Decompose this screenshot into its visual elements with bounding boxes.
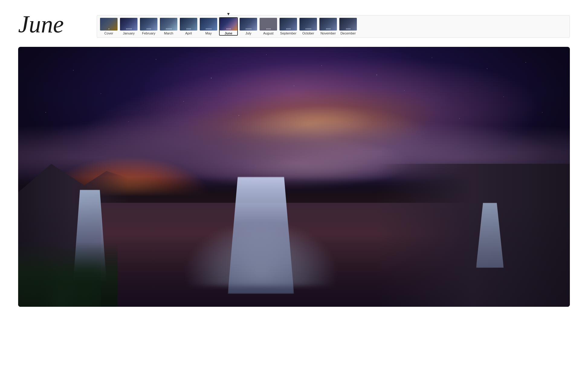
thumb-label-august: August <box>263 31 273 35</box>
thumb-img-june <box>220 18 237 31</box>
thumb-dots-sep <box>280 28 296 29</box>
thumb-dot <box>130 28 131 29</box>
thumb-dots-cover <box>101 28 117 29</box>
thumb-dot <box>127 28 128 29</box>
thumb-img-december <box>339 18 357 31</box>
thumb-label-july: July <box>245 31 251 35</box>
thumb-dot <box>286 28 287 29</box>
title-area: June <box>18 12 79 36</box>
thumb-dot <box>230 28 231 29</box>
thumb-dot <box>128 28 129 29</box>
tab-february[interactable]: February <box>139 17 158 36</box>
tab-december[interactable]: December <box>339 17 357 36</box>
thumb-dot <box>209 28 210 29</box>
thumb-label-october: October <box>302 31 314 35</box>
thumb-dots-dec <box>340 28 356 29</box>
thumb-dot <box>211 28 212 29</box>
thumb-img-september <box>279 18 297 31</box>
thumb-label-april: April <box>185 31 192 35</box>
thumb-dot <box>167 28 168 29</box>
thumb-dot <box>249 28 250 29</box>
thumb-dot <box>190 28 191 29</box>
thumb-label-december: December <box>341 31 356 35</box>
tab-january[interactable]: January <box>119 17 138 36</box>
thumb-dot <box>108 28 109 29</box>
thumb-dot <box>305 28 306 29</box>
thumb-dots-nov <box>320 28 336 29</box>
thumb-dot <box>229 28 230 29</box>
thumb-dot <box>126 28 127 29</box>
tab-october[interactable]: October <box>299 17 318 36</box>
thumb-dot <box>290 28 291 29</box>
thumb-dot <box>289 28 289 29</box>
tab-june[interactable]: June <box>219 17 238 36</box>
thumb-img-may <box>200 18 217 31</box>
thumb-dot <box>248 28 249 29</box>
thumb-label-november: November <box>321 31 336 35</box>
thumb-dot <box>148 28 149 29</box>
image-overlay <box>18 47 570 307</box>
thumb-dot <box>350 28 351 29</box>
thumb-dot <box>186 28 187 29</box>
thumb-img-cover <box>100 18 118 31</box>
thumb-label-may: May <box>205 31 212 35</box>
thumb-dot <box>270 28 271 29</box>
tab-september[interactable]: September <box>279 17 298 36</box>
tab-august[interactable]: August <box>259 17 278 36</box>
tab-may[interactable]: May <box>199 17 218 36</box>
thumb-img-november <box>319 18 337 31</box>
thumb-dot <box>246 28 247 29</box>
thumb-dot <box>308 28 309 29</box>
thumb-dots-oct <box>300 28 316 29</box>
thumb-dot <box>207 28 208 29</box>
thumb-dot <box>267 28 268 29</box>
thumb-dot <box>189 28 190 29</box>
thumb-dot <box>328 28 329 29</box>
thumb-label-february: February <box>142 31 155 35</box>
thumb-dots-aug <box>260 28 276 29</box>
thumb-img-august <box>260 18 277 31</box>
thumb-dot <box>171 28 172 29</box>
thumb-img-february <box>140 18 157 31</box>
thumb-img-january <box>120 18 137 31</box>
thumbnail-strip-container: ▼ Cover <box>97 12 570 38</box>
thumb-dot <box>287 28 288 29</box>
thumb-dot <box>307 28 308 29</box>
thumb-dot <box>150 28 151 29</box>
thumb-dot <box>147 28 147 29</box>
thumb-dot <box>208 28 209 29</box>
thumb-img-october <box>299 18 317 31</box>
tab-november[interactable]: November <box>319 17 338 36</box>
thumb-dots-may <box>200 28 217 29</box>
thumb-dot <box>269 28 270 29</box>
tab-cover[interactable]: Cover <box>99 17 118 36</box>
thumb-dot <box>168 28 169 29</box>
thumb-dot <box>309 28 310 29</box>
thumb-label-cover: Cover <box>104 31 113 35</box>
thumb-label-june: June <box>225 31 232 35</box>
thumb-dot <box>326 28 327 29</box>
tab-april[interactable]: April <box>179 17 198 36</box>
thumb-dot <box>166 28 167 29</box>
main-canvas <box>18 47 570 307</box>
thumb-dots-jun <box>220 28 237 29</box>
thumb-dot <box>346 28 347 29</box>
thumb-img-march <box>160 18 177 31</box>
thumbnail-strip: Cover January <box>97 15 570 38</box>
thumb-dot <box>170 28 170 29</box>
thumb-dot <box>348 28 349 29</box>
thumb-dot <box>330 28 331 29</box>
thumb-dot <box>347 28 348 29</box>
thumb-dot <box>247 28 248 29</box>
thumb-img-july <box>240 18 257 31</box>
tab-july[interactable]: July <box>239 17 258 36</box>
current-month-title: June <box>18 12 79 36</box>
thumb-dots-mar <box>160 28 177 29</box>
tab-march[interactable]: March <box>159 17 178 36</box>
thumb-dot <box>310 28 311 29</box>
main-image-area[interactable] <box>18 47 570 307</box>
thumb-dot <box>188 28 189 29</box>
thumb-label-march: March <box>164 31 173 35</box>
thumb-dot <box>149 28 150 29</box>
active-indicator-arrow: ▼ <box>226 11 231 16</box>
